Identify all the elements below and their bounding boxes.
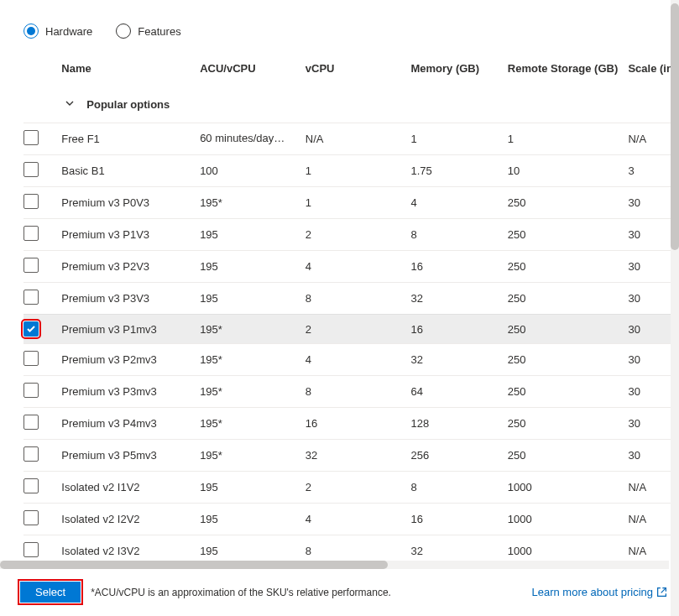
cell-storage: 1000 (508, 504, 629, 535)
row-checkbox[interactable] (24, 162, 39, 177)
cell-name: Isolated v2 I2V2 (61, 504, 200, 535)
cell-vcpu: 2 (306, 472, 411, 504)
row-checkbox[interactable] (24, 130, 39, 145)
hardware-radio[interactable]: Hardware (24, 23, 92, 39)
row-checkbox[interactable] (24, 290, 39, 305)
cell-memory: 256 (410, 440, 507, 472)
table-row[interactable]: Premium v3 P3V319583225030 (24, 283, 679, 315)
cell-vcpu: 4 (306, 504, 411, 535)
row-checkbox[interactable] (24, 226, 39, 241)
cell-acu: 195* (200, 187, 306, 219)
row-checkbox[interactable] (24, 510, 39, 525)
row-checkbox[interactable] (24, 383, 39, 398)
cell-memory: 16 (410, 504, 507, 535)
cell-acu: 195 (200, 251, 306, 283)
cell-storage: 250 (508, 440, 629, 472)
cell-name: Premium v3 P3V3 (61, 283, 200, 315)
cell-memory: 32 (410, 344, 507, 376)
row-checkbox[interactable] (24, 258, 39, 273)
learn-more-link[interactable]: Learn more about pricing (531, 586, 667, 598)
row-checkbox[interactable] (24, 321, 39, 337)
table-row[interactable]: Premium v3 P2mv3195*43225030 (24, 344, 679, 376)
table-row[interactable]: Premium v3 P1V31952825030 (24, 219, 679, 251)
column-header-memory[interactable]: Memory (GB) (410, 50, 507, 86)
vertical-scrollbar[interactable] (671, 0, 679, 616)
table-row[interactable]: Premium v3 P1mv3195*21625030 (24, 315, 679, 344)
table-row[interactable]: Basic B110011.75103 (24, 155, 679, 187)
cell-acu: 195* (200, 440, 306, 472)
cell-memory: 1.75 (410, 155, 507, 187)
features-radio-label: Features (138, 25, 180, 38)
cell-storage: 250 (508, 219, 629, 251)
cell-storage: 250 (508, 408, 629, 440)
row-checkbox[interactable] (24, 194, 39, 209)
group-header[interactable]: Popular options (24, 86, 679, 123)
cell-acu: 195 (200, 283, 306, 315)
row-checkbox[interactable] (24, 446, 39, 462)
cell-vcpu: 2 (306, 315, 411, 344)
table-scroll-area[interactable]: Name ACU/vCPU vCPU Memory (GB) Remote St… (0, 50, 679, 573)
view-radio-group: Hardware Features (0, 0, 679, 50)
cell-acu: 195* (200, 344, 306, 376)
cell-acu: 195 (200, 219, 306, 251)
features-radio[interactable]: Features (116, 23, 180, 39)
column-header-name[interactable]: Name (61, 50, 200, 86)
cell-memory: 8 (410, 219, 507, 251)
column-header-storage[interactable]: Remote Storage (GB) (508, 50, 629, 86)
cell-name: Premium v3 P5mv3 (61, 440, 200, 472)
select-button[interactable]: Select (20, 582, 81, 603)
cell-acu: 100 (200, 155, 306, 187)
cell-vcpu: 2 (306, 219, 411, 251)
cell-memory: 128 (410, 408, 507, 440)
table-row[interactable]: Premium v3 P4mv3195*1612825030 (24, 408, 679, 440)
cell-vcpu: 4 (306, 344, 411, 376)
cell-storage: 250 (508, 376, 629, 408)
horizontal-scrollbar[interactable] (0, 561, 669, 569)
row-checkbox[interactable] (24, 478, 39, 493)
cell-vcpu: 32 (306, 440, 411, 472)
cell-name: Premium v3 P1mv3 (61, 315, 200, 344)
cell-name: Premium v3 P1V3 (61, 219, 200, 251)
cell-vcpu: 4 (306, 251, 411, 283)
group-label: Popular options (86, 98, 170, 111)
cell-vcpu: 8 (306, 376, 411, 408)
hardware-radio-label: Hardware (45, 25, 92, 38)
cell-memory: 4 (410, 187, 507, 219)
table-row[interactable]: Free F160 minutes/day…N/A11N/A (24, 123, 679, 155)
cell-vcpu: 1 (306, 155, 411, 187)
horizontal-scroll-thumb[interactable] (0, 561, 388, 569)
cell-acu: 195* (200, 315, 306, 344)
table-row[interactable]: Premium v3 P5mv3195*3225625030 (24, 440, 679, 472)
cell-storage: 1 (508, 123, 629, 155)
table-row[interactable]: Premium v3 P3mv3195*86425030 (24, 376, 679, 408)
cell-name: Premium v3 P4mv3 (61, 408, 200, 440)
learn-more-label: Learn more about pricing (531, 586, 653, 598)
cell-name: Basic B1 (61, 155, 200, 187)
row-checkbox[interactable] (24, 415, 39, 430)
table-row[interactable]: Isolated v2 I1V2195281000N/A (24, 472, 679, 504)
cell-name: Premium v3 P3mv3 (61, 376, 200, 408)
cell-storage: 250 (508, 283, 629, 315)
chevron-down-icon (65, 98, 75, 111)
cell-storage: 10 (508, 155, 629, 187)
row-checkbox[interactable] (24, 542, 39, 557)
row-checkbox[interactable] (24, 351, 39, 366)
column-header-acu[interactable]: ACU/vCPU (200, 50, 306, 86)
cell-acu: 195 (200, 472, 306, 504)
cell-vcpu: 16 (306, 408, 411, 440)
cell-storage: 1000 (508, 472, 629, 504)
cell-memory: 8 (410, 472, 507, 504)
cell-acu: 195* (200, 408, 306, 440)
vertical-scroll-thumb[interactable] (671, 3, 679, 250)
table-row[interactable]: Premium v3 P0V3195*1425030 (24, 187, 679, 219)
cell-acu: 195 (200, 504, 306, 535)
cell-memory: 32 (410, 283, 507, 315)
cell-vcpu: 1 (306, 187, 411, 219)
cell-memory: 1 (410, 123, 507, 155)
cell-storage: 250 (508, 344, 629, 376)
column-header-vcpu[interactable]: vCPU (306, 50, 411, 86)
table-row[interactable]: Premium v3 P2V319541625030 (24, 251, 679, 283)
cell-name: Free F1 (61, 123, 200, 155)
cell-name: Premium v3 P0V3 (61, 187, 200, 219)
table-row[interactable]: Isolated v2 I2V21954161000N/A (24, 504, 679, 535)
